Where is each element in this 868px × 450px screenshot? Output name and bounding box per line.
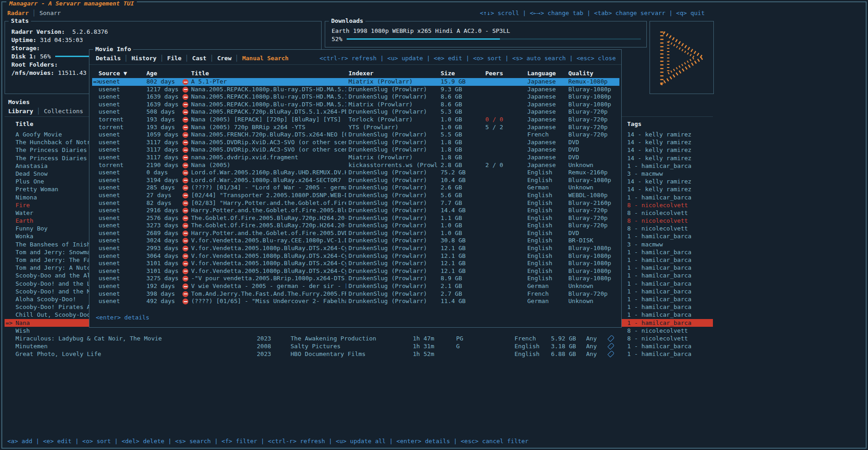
movie-row[interactable]: Minutemen 2008 Salty Pictures 1h 31m G E… [5, 342, 713, 350]
movie-tags-cell: 1 - hamilcar_barca [627, 311, 712, 319]
release-language-cell: German [527, 298, 549, 305]
release-row[interactable]: usenet 3101 days V.for.Vendetta.2005.108… [92, 267, 619, 275]
tab-cast[interactable]: Cast [192, 55, 206, 62]
release-row[interactable]: usenet 3194 days Lord.of.War.2005.1080p.… [92, 177, 619, 184]
release-row[interactable]: usenet 3117 days Nana.2005.DVDRip.XviD.A… [92, 139, 619, 147]
movie-runtime-cell: 1h 47m [413, 335, 434, 342]
release-age-cell: 802 days [146, 78, 175, 86]
release-language-cell: Japanese [527, 162, 556, 169]
tab-file[interactable]: File [167, 55, 182, 62]
column-quality: Quality [568, 70, 593, 78]
release-indexer-cell: DrunkenSlug (Prowlarr) [348, 283, 438, 290]
release-row[interactable]: torrent 193 days Nana (2005) 720p BRRip … [92, 124, 619, 131]
release-source-cell: usenet [99, 154, 120, 162]
release-source-cell: usenet [99, 207, 120, 215]
release-age-cell: 3024 days [146, 237, 178, 245]
release-indexer-cell: DrunkenSlug (Prowlarr) [348, 192, 438, 199]
release-age-cell: 2993 days [146, 245, 178, 252]
tag-icon [608, 350, 615, 358]
movie-tags-cell: 8 - nicolecolvett [627, 209, 712, 217]
rejected-icon [182, 178, 188, 183]
tab-history[interactable]: History [131, 55, 156, 62]
release-row[interactable]: usenet 3064 days V.for.Vendetta.2005.108… [92, 252, 619, 260]
release-language-cell: English [527, 177, 552, 184]
tab-collections[interactable]: Collections [44, 108, 83, 115]
release-row[interactable]: usenet 3101 days V.for.Vendetta.2005.108… [92, 260, 619, 267]
release-row[interactable]: usenet 1059 days Nana.2005.FRENCH.720p.B… [92, 131, 619, 139]
column-indexer: Indexer [348, 70, 438, 78]
release-language-cell: Japanese [527, 146, 556, 154]
release-age-cell: 398 days [146, 290, 175, 298]
release-age-cell: 2576 days [146, 215, 178, 222]
release-row[interactable]: usenet 1639 days Nana.2005.REPACK.1080p.… [92, 101, 619, 109]
release-quality-cell: Bluray-1080p [568, 252, 611, 260]
release-row[interactable]: usenet 2993 days V.for.Vendetta.2005.108… [92, 245, 619, 252]
release-row[interactable]: usenet 0 days Lord.of.War.2005.2160p.Blu… [92, 169, 619, 177]
movie-tags-cell: 1 - hamilcar_barca [627, 303, 712, 311]
release-row[interactable]: usenet 492 days (????) [01/65] - "Miss U… [92, 298, 619, 305]
release-row[interactable]: usenet 508 days Nana.2005.REPACK.720p.Bl… [92, 108, 619, 116]
tab-radarr[interactable]: Radarr [7, 10, 29, 16]
movie-info-modal: Movie Info Details │ History │ File │ Ca… [89, 49, 622, 328]
release-row[interactable]: usenet 1217 days Nana.2005.REPACK.1080p.… [92, 86, 619, 94]
movies-tab-separator: │ [33, 108, 44, 115]
tab-library[interactable]: Library [8, 108, 33, 115]
release-title-cell: [02/44] "Transporter 2.2005.1080P.DSNP.W… [191, 192, 346, 199]
release-source-cell: usenet [99, 86, 120, 94]
movie-tags-cell: 1 - hamilcar_barca [627, 272, 712, 279]
movie-row[interactable]: Miraculous: Ladybug & Cat Noir, The Movi… [5, 335, 713, 342]
release-age-cell: 3117 days [146, 146, 178, 154]
movie-tags-cell: 8 - nicolecolvett [627, 225, 712, 232]
movie-row[interactable]: Great Photo, Lovely Life 2023 HBO Docume… [5, 350, 713, 358]
release-row[interactable]: usenet 3024 days V.for.Vendetta.2005.Blu… [92, 237, 619, 245]
release-row[interactable]: usenet 3117 days Nana.2005.DVDRip.XviD.A… [92, 146, 619, 154]
release-row[interactable]: usenet 3273 days The.Goblet.Of.Fire.2005… [92, 222, 619, 230]
release-quality-cell: Bluray-720p [568, 116, 608, 124]
tab-sonarr[interactable]: Sonarr [39, 10, 61, 16]
release-quality-cell: Bluray-1080p [568, 267, 611, 275]
movie-title-cell: Miraculous: Ladybug & Cat Noir, The Movi… [16, 335, 255, 342]
release-source-cell: usenet [99, 290, 120, 298]
rejected-icon [182, 253, 188, 259]
release-row[interactable]: usenet 285 days (????) [01/34] - "Lord o… [92, 184, 619, 192]
release-row[interactable]: usenet 82 days [02/83] "Harry.Potter.and… [92, 199, 619, 207]
release-indexer-cell: DrunkenSlug (Prowlarr) [348, 169, 438, 177]
tab-manual-search[interactable]: Manual Search [242, 55, 289, 62]
release-row[interactable]: usenet 27 days [02/44] "Transporter 2.20… [92, 192, 619, 199]
release-row[interactable]: usenet 3117 days nana.2005.dvdrip.xvid.f… [92, 154, 619, 162]
release-size-cell: 12.1 GB [441, 245, 466, 252]
release-size-cell: 1.1 GB [441, 215, 462, 222]
movie-tags-cell: 1 - hamilcar_barca [627, 342, 712, 350]
release-row[interactable]: usenet 2576 days The.Goblet.Of.Fire.2005… [92, 215, 619, 222]
release-size-cell: 2.7 GB [441, 290, 462, 298]
release-row[interactable]: usenet 2689 days Harry.Potter.and.the.Go… [92, 230, 619, 237]
tab-details[interactable]: Details [96, 55, 121, 62]
release-row[interactable]: usenet 398 days Tom.And.Jerry.The.Fast.A… [92, 290, 619, 298]
release-age-cell: 2689 days [146, 230, 178, 237]
release-size-cell: 10.4 GB [441, 177, 466, 184]
download-progress-line: 52% [332, 35, 641, 43]
release-row[interactable]: torrent 2190 days Nana (2005) kickasstor… [92, 162, 619, 169]
release-source-cell: usenet [99, 139, 120, 147]
release-row[interactable]: usenet 1639 days Nana.2005.REPACK.1080p.… [92, 93, 619, 101]
release-quality-cell: BR-DISK [568, 237, 593, 245]
movie-tags-cell: 1 - hamilcar_barca [627, 288, 712, 295]
release-row[interactable]: usenet 3275 days -"V pour vendetta.2005.… [92, 275, 619, 283]
release-row[interactable]: usenet 192 days V wie Vendetta - 2005 - … [92, 283, 619, 290]
movie-language-cell: French [515, 335, 536, 342]
movie-tags-cell: 3 - macmww [627, 170, 712, 178]
movie-tags-cell: 8 - nicolecolvett [627, 201, 712, 209]
movie-row[interactable]: Wish 8 - nicolecolvett [5, 327, 713, 335]
release-title-cell: Nana (2005) [191, 162, 346, 169]
movie-tags-cell: 1 - hamilcar_barca [627, 319, 712, 327]
movie-tags-cell: 3 - macmww [627, 241, 712, 248]
release-title-cell: Nana.2005.DVDRip.XviD.AC3-SVO (or other … [191, 139, 346, 147]
release-row[interactable]: usenet 2916 days Harry.Potter.and.the.Go… [92, 207, 619, 215]
release-quality-cell: DVD [568, 230, 579, 237]
release-row[interactable]: => usenet 802 days A 5.1-PTer Miatrix (P… [92, 78, 619, 86]
tab-crew[interactable]: Crew [217, 55, 231, 62]
release-title-cell: Harry.Potter.and.the.Goblet.of.Fire.2005… [191, 230, 346, 237]
movie-runtime-cell: 1h 31m [413, 342, 434, 350]
release-size-cell: 75.2 GB [441, 169, 466, 177]
release-row[interactable]: torrent 193 days Nana (2005) [REPACK] [7… [92, 116, 619, 124]
